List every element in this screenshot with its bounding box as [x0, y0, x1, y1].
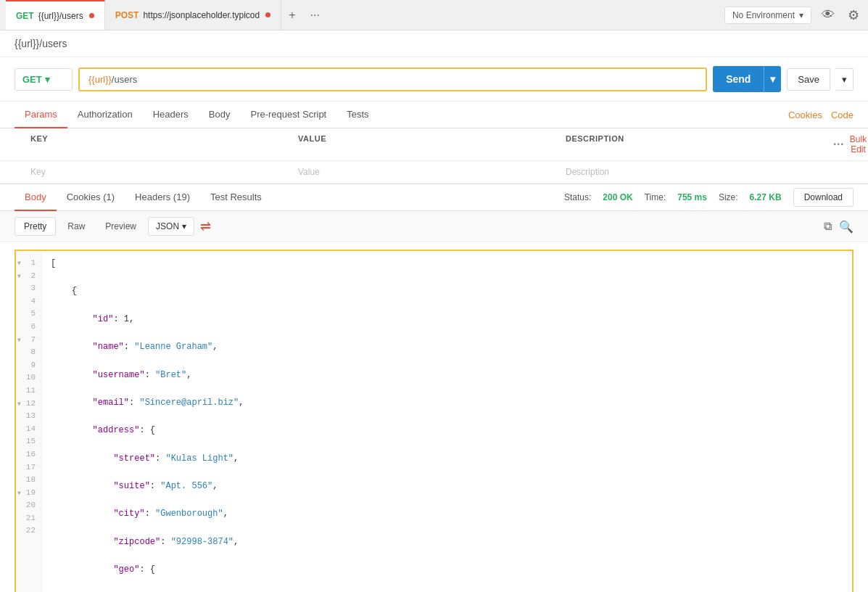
line-num-20: 20 [16, 499, 41, 512]
code-line-5: "username": "Bret", [51, 369, 843, 382]
code-line-11: "zipcode": "92998-3874", [51, 535, 843, 549]
env-label: No Environment [732, 10, 795, 20]
actions-col-header: ··· Bulk Edit [824, 134, 868, 155]
code-editor: 1 2 3 4 5 6 7 8 9 10 11 12 13 14 15 16 1… [15, 250, 853, 592]
row-key[interactable]: Key [22, 161, 289, 183]
url-bar: GET ▾ {{url}}/users Send ▾ Save ▾ [0, 57, 868, 102]
more-tabs-button[interactable]: ··· [306, 6, 324, 25]
line-num-18: 18 [16, 474, 41, 487]
status-code: 200 OK [603, 192, 632, 202]
code-line-1: [ [51, 257, 843, 271]
code-line-9: "suite": "Apt. 556", [51, 480, 843, 493]
send-button[interactable]: Send ▾ [713, 66, 781, 92]
chevron-down-icon: ▾ [182, 221, 186, 231]
url-path-part: /users [112, 74, 137, 85]
cookies-link[interactable]: Cookies [788, 110, 822, 120]
tab-headers[interactable]: Headers [143, 102, 199, 128]
tab-url-get: {{url}}/users [38, 11, 83, 21]
tab-bar-right: No Environment ▾ 👁 ⚙ [724, 4, 862, 26]
copy-icon[interactable]: ⧉ [824, 220, 832, 233]
params-header: KEY VALUE DESCRIPTION ··· Bulk Edit [0, 128, 868, 161]
response-tab-test-results[interactable]: Test Results [200, 184, 272, 211]
send-button-label: Send [713, 73, 764, 85]
line-num-19: 19 [16, 487, 41, 500]
value-col-header: VALUE [289, 134, 557, 155]
row-value[interactable]: Value [289, 161, 557, 183]
chevron-down-icon: ▾ [45, 74, 50, 85]
code-line-10: "city": "Gwenborough", [51, 507, 843, 521]
wrap-icon[interactable]: ⇌ [200, 218, 211, 234]
code-line-4: "name": "Leanne Graham", [51, 340, 843, 354]
code-link[interactable]: Code [831, 110, 853, 120]
line-num-22: 22 [16, 525, 41, 538]
code-content: [ { "id": 1, "name": "Leanne Graham", "u… [42, 251, 852, 592]
response-tab-headers[interactable]: Headers (19) [125, 184, 200, 211]
toolbar-right: ⧉ 🔍 [824, 220, 853, 234]
response-body-toolbar: Pretty Raw Preview JSON ▾ ⇌ ⧉ 🔍 [0, 211, 868, 242]
line-num-15: 15 [16, 435, 41, 448]
method-get-label: GET [16, 11, 34, 21]
tab-tests[interactable]: Tests [336, 102, 379, 128]
response-tab-cookies[interactable]: Cookies (1) [57, 184, 125, 211]
params-table: KEY VALUE DESCRIPTION ··· Bulk Edit Key … [0, 128, 868, 184]
tab-actions: + ··· [284, 6, 324, 25]
url-input[interactable]: {{url}}/users [78, 67, 707, 91]
response-section: Body Cookies (1) Headers (19) Test Resul… [0, 184, 868, 592]
tab-params[interactable]: Params [15, 102, 67, 128]
format-tab-raw[interactable]: Raw [59, 218, 94, 235]
save-button[interactable]: Save [787, 68, 830, 91]
line-num-10: 10 [16, 371, 41, 385]
status-label: Status: [564, 192, 591, 202]
eye-icon[interactable]: 👁 [819, 4, 838, 25]
tab-body[interactable]: Body [199, 102, 241, 128]
line-num-12: 12 [16, 398, 41, 411]
line-num-21: 21 [16, 512, 41, 525]
tab-post-jsonplaceholder[interactable]: POST https://jsonplaceholder.typicod [105, 0, 281, 30]
description-col-header: DESCRIPTION [557, 134, 824, 155]
format-value: JSON [156, 221, 179, 231]
bulk-edit-button[interactable]: Bulk Edit [850, 134, 867, 155]
request-title: {{url}}/users [0, 30, 868, 57]
environment-selector[interactable]: No Environment ▾ [724, 7, 811, 24]
row-checkbox [0, 166, 22, 178]
send-button-caret[interactable]: ▾ [764, 66, 781, 92]
response-tab-body[interactable]: Body [15, 184, 57, 211]
save-button-caret[interactable]: ▾ [836, 68, 853, 91]
params-more-icon[interactable]: ··· [833, 138, 844, 151]
params-empty-row: Key Value Description [0, 161, 868, 184]
tab-url-post: https://jsonplaceholder.typicod [143, 10, 260, 20]
response-tabs-bar: Body Cookies (1) Headers (19) Test Resul… [0, 184, 868, 211]
size-value: 6.27 KB [750, 192, 782, 202]
line-num-4: 4 [16, 295, 41, 308]
code-line-7: "address": { [51, 424, 843, 437]
line-num-13: 13 [16, 410, 41, 423]
line-num-5: 5 [16, 308, 41, 321]
method-value: GET [22, 74, 42, 85]
line-numbers: 1 2 3 4 5 6 7 8 9 10 11 12 13 14 15 16 1… [16, 251, 42, 592]
tab-authorization[interactable]: Authorization [67, 102, 143, 128]
row-actions [824, 166, 868, 178]
line-num-9: 9 [16, 359, 41, 372]
method-post-label: POST [115, 10, 139, 20]
row-description[interactable]: Description [557, 161, 824, 183]
add-tab-button[interactable]: + [284, 6, 299, 25]
line-num-14: 14 [16, 423, 41, 436]
download-button[interactable]: Download [793, 188, 853, 207]
method-dropdown[interactable]: GET ▾ [15, 68, 73, 91]
gear-icon[interactable]: ⚙ [845, 4, 862, 26]
line-num-3: 3 [16, 282, 41, 295]
line-num-11: 11 [16, 385, 41, 398]
code-line-2: { [51, 284, 843, 298]
line-num-1: 1 [16, 257, 41, 270]
format-tab-preview[interactable]: Preview [96, 218, 145, 235]
search-icon[interactable]: 🔍 [839, 220, 853, 234]
code-line-6: "email": "Sincere@april.biz", [51, 396, 843, 410]
tab-get-users[interactable]: GET {{url}}/users [6, 0, 105, 30]
chevron-down-icon: ▾ [799, 10, 803, 20]
key-col-header: KEY [22, 134, 289, 155]
size-label: Size: [719, 192, 738, 202]
code-line-8: "street": "Kulas Light", [51, 452, 843, 466]
format-tab-pretty[interactable]: Pretty [15, 217, 56, 236]
format-dropdown[interactable]: JSON ▾ [148, 217, 194, 236]
tab-pre-request-script[interactable]: Pre-request Script [240, 102, 336, 128]
